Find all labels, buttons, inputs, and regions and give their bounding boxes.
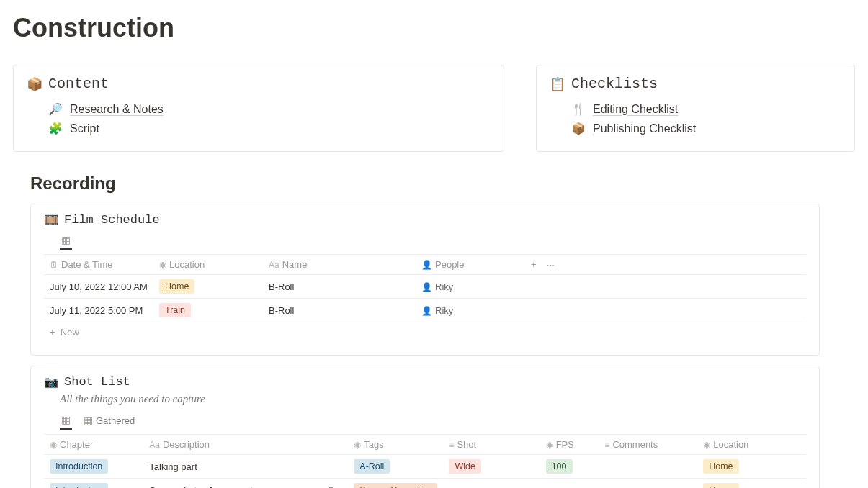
cell-people[interactable]: 👤Riky bbox=[416, 275, 525, 299]
shot-list-subtitle: All the things you need to capture bbox=[60, 393, 806, 405]
cell-location[interactable]: Home bbox=[697, 455, 795, 479]
cell-shot[interactable] bbox=[443, 479, 540, 489]
list-icon: ≡ bbox=[449, 440, 454, 450]
film-schedule-table: 🗓Date & Time ◉Location AaName 👤People + … bbox=[44, 254, 806, 322]
cell-location[interactable]: Train bbox=[153, 299, 263, 322]
select-icon: ◉ bbox=[546, 440, 553, 450]
tab-label: Gathered bbox=[96, 415, 135, 426]
cell-name[interactable]: B-Roll bbox=[263, 275, 416, 299]
more-columns-button[interactable]: ··· bbox=[547, 259, 555, 270]
cell-location[interactable]: Home bbox=[697, 479, 795, 489]
camera-icon: 📷 bbox=[44, 375, 58, 389]
cell-fps[interactable] bbox=[540, 479, 599, 489]
table-row[interactable]: IntroductionTalking partA-RollWide100Hom… bbox=[44, 455, 806, 479]
page-title: Construction bbox=[13, 13, 855, 43]
content-link-label: Research & Notes bbox=[70, 103, 164, 116]
cell-name[interactable]: B-Roll bbox=[263, 299, 416, 322]
cell-shot[interactable]: Wide bbox=[443, 455, 540, 479]
cell-comments[interactable] bbox=[599, 479, 697, 489]
select-icon: ◉ bbox=[159, 260, 166, 270]
add-column-button[interactable]: + bbox=[531, 259, 537, 270]
select-icon: ◉ bbox=[354, 440, 361, 450]
puzzle-icon: 🧩 bbox=[48, 122, 63, 135]
cell-tags[interactable]: A-Roll bbox=[348, 455, 443, 479]
cell-chapter[interactable]: Introduction bbox=[44, 479, 143, 489]
utensils-icon: 🍴 bbox=[571, 102, 586, 116]
recording-heading: Recording bbox=[30, 173, 855, 194]
shot-list-db: 📷 Shot List All the things you need to c… bbox=[30, 366, 820, 488]
cell-chapter[interactable]: Introduction bbox=[44, 455, 143, 479]
table-icon: ▦ bbox=[84, 415, 93, 426]
content-card-title: Content bbox=[48, 76, 109, 92]
checklist-link-label: Editing Checklist bbox=[593, 103, 678, 116]
col-location[interactable]: ◉Location bbox=[697, 435, 795, 455]
col-description[interactable]: AaDescription bbox=[143, 435, 348, 455]
tab-default-view[interactable]: ▦ bbox=[60, 231, 72, 250]
film-icon: 🎞️ bbox=[44, 213, 58, 227]
cell-comments[interactable] bbox=[599, 455, 697, 479]
shot-list-table: ◉Chapter AaDescription ◉Tags ≡Shot ◉FPS … bbox=[44, 434, 806, 488]
add-row-button[interactable]: + New bbox=[44, 322, 806, 342]
calendar-icon: 🗓 bbox=[50, 260, 58, 270]
cell-people[interactable]: 👤Riky bbox=[416, 299, 525, 322]
col-location[interactable]: ◉Location bbox=[153, 255, 263, 275]
content-link-research[interactable]: 🔎 Research & Notes bbox=[27, 99, 491, 119]
clipboard-icon: 📋 bbox=[550, 76, 565, 92]
select-icon: ◉ bbox=[50, 440, 57, 450]
tab-gathered[interactable]: ▦ Gathered bbox=[82, 412, 136, 429]
content-card: 📦 Content 🔎 Research & Notes 🧩 Script bbox=[13, 65, 504, 152]
table-icon: ▦ bbox=[61, 414, 71, 425]
person-icon: 👤 bbox=[421, 282, 432, 292]
shot-list-title: Shot List bbox=[64, 375, 130, 389]
film-schedule-db: 🎞️ Film Schedule ▦ 🗓Date & Time ◉Locatio… bbox=[30, 204, 820, 356]
table-icon: ▦ bbox=[61, 234, 71, 245]
content-link-script[interactable]: 🧩 Script bbox=[27, 119, 491, 138]
content-link-label: Script bbox=[70, 122, 99, 135]
checklist-link-publishing[interactable]: 📦 Publishing Checklist bbox=[550, 119, 841, 138]
table-row[interactable]: July 10, 2022 12:00 AMHomeB-Roll👤Riky bbox=[44, 275, 806, 299]
film-schedule-title: Film Schedule bbox=[64, 213, 160, 227]
col-comments[interactable]: ≡Comments bbox=[599, 435, 697, 455]
checklist-link-editing[interactable]: 🍴 Editing Checklist bbox=[550, 99, 841, 119]
checklists-card: 📋 Checklists 🍴 Editing Checklist 📦 Publi… bbox=[536, 65, 855, 152]
cell-date[interactable]: July 10, 2022 12:00 AM bbox=[44, 275, 153, 299]
table-row[interactable]: IntroductionScreenshots of comments, mes… bbox=[44, 479, 806, 489]
package-icon: 📦 bbox=[27, 76, 42, 92]
col-chapter[interactable]: ◉Chapter bbox=[44, 435, 143, 455]
col-shot[interactable]: ≡Shot bbox=[443, 435, 540, 455]
list-icon: ≡ bbox=[604, 440, 609, 450]
package-icon: 📦 bbox=[571, 122, 586, 135]
col-people[interactable]: 👤People bbox=[416, 255, 525, 275]
table-row[interactable]: July 11, 2022 5:00 PMTrainB-Roll👤Riky bbox=[44, 299, 806, 322]
col-date[interactable]: 🗓Date & Time bbox=[44, 255, 153, 275]
text-icon: Aa bbox=[269, 260, 279, 270]
col-name[interactable]: AaName bbox=[263, 255, 416, 275]
text-icon: Aa bbox=[149, 440, 160, 450]
checklist-link-label: Publishing Checklist bbox=[593, 122, 696, 135]
person-icon: 👤 bbox=[421, 260, 432, 270]
cell-fps[interactable]: 100 bbox=[540, 455, 599, 479]
col-fps[interactable]: ◉FPS bbox=[540, 435, 599, 455]
cell-date[interactable]: July 11, 2022 5:00 PM bbox=[44, 299, 153, 322]
tab-default-view[interactable]: ▦ bbox=[60, 411, 72, 430]
cell-location[interactable]: Home bbox=[153, 275, 263, 299]
cell-tags[interactable]: Screen Recording bbox=[348, 479, 443, 489]
col-tags[interactable]: ◉Tags bbox=[348, 435, 443, 455]
cell-description[interactable]: Screenshots of comments, messages, email… bbox=[143, 479, 348, 489]
checklists-card-title: Checklists bbox=[571, 76, 658, 92]
select-icon: ◉ bbox=[703, 440, 710, 450]
cell-description[interactable]: Talking part bbox=[143, 455, 348, 479]
magnifier-icon: 🔎 bbox=[48, 102, 63, 116]
person-icon: 👤 bbox=[421, 306, 432, 316]
